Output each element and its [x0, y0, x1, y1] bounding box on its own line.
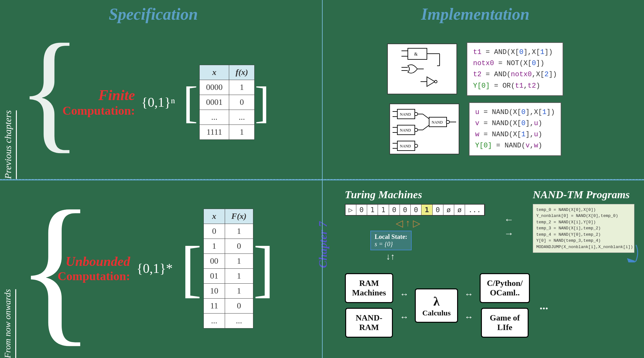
- code-line: notx0 = NOT(X[0]): [473, 58, 557, 69]
- vertical-divider: [322, 0, 323, 358]
- impl-row-1: & t1: [387, 42, 563, 96]
- code-line: t2 = AND(notx0,X[2]): [473, 69, 557, 80]
- svg-line-29: [423, 125, 429, 130]
- chapter7-content: Turing Machines ▷ 0 1 1 0 0 0 1 0 ø ø: [345, 186, 635, 264]
- table-header-x-bottom: x: [203, 209, 225, 224]
- specification-header: Specification: [0, 5, 307, 24]
- table-cell: 1: [225, 253, 253, 268]
- svg-text:&: &: [414, 52, 418, 57]
- tape-cell: 0: [400, 205, 411, 215]
- nandtm-code-line: temp_0 = NAND(X[0],X[0]): [536, 207, 631, 213]
- table-header-Fx-bottom: F(x): [225, 209, 253, 224]
- table-cell: 1: [203, 239, 225, 253]
- nand-ram-box: NAND-RAM: [345, 308, 393, 338]
- ch8-arrows-right: ↔ ↔: [464, 289, 473, 322]
- outer-bracket-fromnow: {: [16, 179, 95, 358]
- turing-title: Turing Machines: [345, 189, 422, 201]
- table-cell: 10: [203, 283, 225, 298]
- game-of-life-box: Game ofLIfe: [481, 308, 529, 338]
- main-layout: Specification Previous chapters { Finite…: [0, 0, 644, 358]
- arrow-right-icon: ▷: [413, 218, 420, 229]
- table-header-x-top: x: [200, 65, 229, 80]
- nandtm-section: NAND-TM Programs temp_0 = NAND(X[0],X[0]…: [533, 189, 634, 264]
- nandtm-code-line: MODANDJUMP(X_nonblank[i],X_nonblank[i]): [536, 244, 631, 250]
- table-cell: 1111: [200, 125, 229, 139]
- code-box-1: t1 = AND(X[0],X[1]) notx0 = NOT(X[0]) t2…: [467, 42, 563, 96]
- table-cell: 1: [225, 224, 253, 239]
- ram-machines-box: RAMMachines: [345, 273, 394, 303]
- tape-visualization: ▷ 0 1 1 0 0 0 1 0 ø ø ...: [345, 204, 485, 216]
- table-row: 1111 1: [200, 125, 255, 139]
- ellipsis-label: ...: [539, 299, 548, 312]
- table-cell: ...: [203, 313, 225, 328]
- tape-arrows: ◁ ↑ ▷: [396, 218, 420, 229]
- svg-line-28: [423, 114, 429, 119]
- svg-text:NAND: NAND: [400, 144, 411, 148]
- nandtm-code-line: temp_3 = NAND(X[i],temp_2): [536, 225, 631, 232]
- tape-cell: 1: [378, 205, 389, 215]
- table-row: 00 1: [203, 253, 253, 268]
- chapter8-content: RAMMachines NAND-RAM ↔ ↔ λ Calculus ↔ ↔: [345, 273, 635, 338]
- tape-cell: 1: [367, 205, 378, 215]
- fromnow-label: From now onwards: [3, 289, 16, 358]
- top-left-quadrant: Specification Previous chapters { Finite…: [0, 0, 307, 179]
- table-header-fx-top: f(x): [229, 65, 255, 80]
- svg-text:NAND: NAND: [400, 128, 411, 132]
- impl-row-2: NAND NAND NAND: [389, 102, 561, 156]
- arrow-left-icon: ◁: [396, 218, 403, 229]
- table-row: 10 1: [203, 283, 253, 298]
- top-truth-table: x f(x) 0000 1 0001 0 ... ...: [199, 65, 255, 140]
- tape-cell: ø: [443, 205, 454, 215]
- table-row: 11 0: [203, 298, 253, 313]
- svg-point-32: [414, 144, 418, 147]
- table-row: 0001 0: [200, 95, 255, 110]
- table-cell: 0: [225, 239, 253, 253]
- code-line: w = NAND(X[1],u): [475, 129, 555, 140]
- bracket-right-bottom: ]: [253, 237, 275, 300]
- table-cell: 01: [203, 268, 225, 283]
- bracket-left-top: [: [183, 80, 198, 125]
- set-label-bottom: {0,1}*: [136, 261, 173, 276]
- svg-point-20: [414, 128, 418, 132]
- circuit-diagram-2: NAND NAND NAND: [389, 104, 459, 154]
- table-cell: 00: [203, 253, 225, 268]
- tape-cell: ▷: [346, 205, 356, 215]
- previous-chapters-label: Previous chapters: [3, 110, 17, 179]
- table-cell: ...: [225, 313, 253, 328]
- set-label-top: {0,1}ⁿ: [141, 95, 175, 110]
- svg-point-14: [414, 112, 418, 116]
- finite-label: Finite: [99, 87, 135, 104]
- nandtm-code-line: temp_2 = NAND(X[i],Y[0]): [536, 219, 631, 226]
- table-row: ... ...: [200, 110, 255, 125]
- nandtm-code-line: Y_nonblank[0] = NAND(X[0],temp_0): [536, 213, 631, 219]
- top-right-quadrant: Implementation &: [307, 0, 644, 179]
- bracket-left-bottom: [: [181, 237, 202, 300]
- code-line: u = NAND(X[0],X[1]): [475, 107, 555, 118]
- table-row: 01 1: [203, 268, 253, 283]
- table-row: ... ...: [203, 313, 253, 328]
- outer-bracket-previous: {: [17, 24, 82, 157]
- table-cell: 1: [225, 268, 253, 283]
- bottom-right-quadrant: Chapter 7 Chapter 8 Turing Machines ▷ 0 …: [307, 179, 644, 358]
- table-cell: 0: [229, 95, 255, 110]
- code-box-2: u = NAND(X[0],X[1]) v = NAND(X[0],u) w =…: [469, 102, 561, 156]
- lambda-calculus-box: λ Calculus: [415, 288, 458, 323]
- svg-text:NAND: NAND: [400, 112, 411, 117]
- tape-cell: 0: [389, 205, 400, 215]
- table-cell: 0000: [200, 80, 229, 95]
- left-arrow-icon: ←: [504, 214, 514, 225]
- code-line: Y[0] = NAND(v,w): [475, 140, 555, 151]
- right-arrow-icon: →: [504, 228, 514, 239]
- chapter7-arrows: ← →: [504, 214, 514, 239]
- table-cell: ...: [200, 110, 229, 125]
- local-state-label: Local State:: [375, 233, 408, 240]
- tape-cell: 0: [411, 205, 421, 215]
- implementation-header: Implementation: [307, 5, 644, 24]
- table-row: 1 0: [203, 239, 253, 253]
- tape-cell: 0: [356, 205, 367, 215]
- ch8-arrows-left: ↔ ↔: [400, 289, 408, 322]
- bottom-truth-table: x F(x) 0 1 1 0 00 1: [203, 209, 253, 328]
- table-cell: 1: [229, 80, 255, 95]
- nandtm-code-box: temp_0 = NAND(X[0],X[0]) Y_nonblank[0] =…: [533, 204, 634, 253]
- code-line: v = NAND(X[0],u): [475, 118, 555, 129]
